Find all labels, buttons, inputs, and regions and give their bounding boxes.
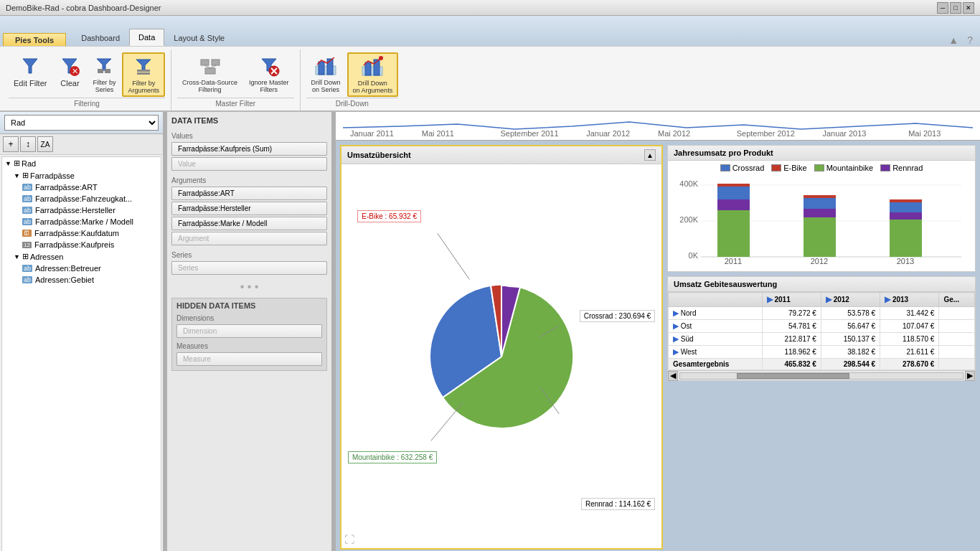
tree-item-art[interactable]: ab Farradpässe:ART [2,182,161,193]
tree-item-betreuer[interactable]: ab Adressen:Betreuer [2,263,161,274]
tree-label-kaufdatum: Farradpässe:Kaufdatum [34,229,119,237]
col-2012[interactable]: ▶ 2012 [821,293,880,307]
ost-2012: 56.647 € [821,320,880,333]
middle-panel: DATA ITEMS Values Farradpässe:Kaufpreis … [167,112,332,551]
scroll-track[interactable] [679,372,963,380]
expand-2012[interactable]: ▶ [826,295,831,303]
tree-item-gebiet[interactable]: ab Adressen:Gebiet [2,274,161,286]
table-scrollbar[interactable]: ◀ ▶ [668,370,975,380]
legend-crossrad: Crossrad [720,164,765,172]
window-controls: ─ □ ✕ [937,2,974,14]
ignore-master-icon [258,55,281,77]
close-button[interactable]: ✕ [963,2,974,14]
sued-ge [939,333,975,346]
tree-label-adressen: Adressen [30,253,63,261]
drag-handle[interactable]: • • • [171,281,327,293]
tree-item-farradpaesse[interactable]: ▼ ⊞ Farradpässe [2,169,161,182]
cross-data-source-button[interactable]: Cross-Data-SourceFiltering [177,52,242,95]
table-row-nord: ▶ Nord 79.272 € 53.578 € 31.442 € [669,307,975,320]
tree-item-kaufpreis[interactable]: 12 Farradpässe:Kaufpreis [2,239,161,250]
tree-item-kaufdatum[interactable]: 🗓 Farradpässe:Kaufdatum [2,227,161,239]
expand-nord[interactable]: ▶ [673,309,679,317]
svg-line-13 [204,65,210,68]
value-placeholder[interactable]: Value [171,157,327,171]
values-label: Values [171,132,327,140]
ribbon-collapse-icon[interactable]: ▲ [944,34,963,46]
ribbon-group-drill-down: Drill Downon Series Drill Downon Argumen… [301,50,405,110]
sort-za-button[interactable]: ZA [37,136,53,152]
ribbon-help-icon[interactable]: ? [963,34,977,46]
tree-container: ▼ ⊞ Rad ▼ ⊞ Farradpässe ab Farradpässe:A… [1,156,161,551]
dimension-placeholder[interactable]: Dimension [176,324,322,338]
pie-chart-svg[interactable] [415,270,588,443]
scroll-left-btn[interactable]: ◀ [668,371,678,381]
expand-ost[interactable]: ▶ [673,321,679,330]
drill-down-arguments-button[interactable]: Drill Downon Arguments [347,52,399,97]
drill-down-series-button[interactable]: Drill Downon Series [306,52,346,95]
expand-west[interactable]: ▶ [673,347,679,356]
expand-2013[interactable]: ▶ [885,295,890,303]
sort-az-button[interactable]: ↕ [20,136,36,152]
argument-art[interactable]: Farradpässe:ART [171,187,327,200]
tree-item-rad[interactable]: ▼ ⊞ Rad [2,157,161,169]
tree-item-marke[interactable]: ab Farradpässe:Marke / Modell [2,216,161,227]
expand-2011[interactable]: ▶ [767,295,773,303]
edit-filter-button[interactable]: Edit Filter [9,52,52,90]
clear-button[interactable]: ✕ Clear [53,52,86,90]
svg-rect-54 [890,202,922,212]
main-layout: Rad + ↕ ZA ▼ ⊞ Rad ▼ ⊞ Farradpässe ab Fa… [0,112,980,551]
svg-text:Januar 2012: Januar 2012 [586,129,630,138]
measure-placeholder[interactable]: Measure [176,352,322,366]
dataset-select[interactable]: Rad [4,115,159,131]
col-2011[interactable]: ▶ 2011 [762,293,821,307]
pie-collapse-button[interactable]: ▲ [644,149,656,161]
maximize-button[interactable]: □ [950,2,961,14]
ignore-master-label: Ignore MasterFilters [249,79,289,93]
svg-rect-11 [212,60,220,65]
add-button[interactable]: + [3,136,19,152]
legend-mountainbike: Mountainbike [814,164,873,172]
ignore-master-button[interactable]: Ignore MasterFilters [244,52,294,95]
tab-dashboard[interactable]: Dashboard [72,29,129,46]
pie-title-bar: Umsatzübersicht ▲ [341,146,661,164]
filter-by-arguments-button[interactable]: Filter byArguments [122,52,165,97]
argument-marke[interactable]: Farradpässe:Marke / Modell [171,217,327,230]
tree-label-betreuer: Adressen:Betreuer [35,264,101,273]
minimize-button[interactable]: ─ [937,2,948,14]
drill-series-icon [314,55,337,77]
series-section: Series Series [171,251,327,276]
value-field-kaufpreis[interactable]: Farradpässe:Kaufpreis (Sum) [171,142,327,156]
tab-layout-style[interactable]: Layout & Style [164,29,234,46]
tab-data[interactable]: Data [129,29,164,46]
svg-rect-49 [804,209,836,217]
tree-label-hersteller: Farradpässe:Hersteller [35,206,116,215]
pie-footer-icon[interactable]: ⛶ [344,534,354,545]
svg-text:2011: 2011 [725,257,742,264]
filter-by-series-button[interactable]: Filter bySeries [88,52,121,95]
svg-text:Mai 2012: Mai 2012 [658,129,690,138]
argument-hersteller[interactable]: Farradpässe:Hersteller [171,202,327,215]
svg-text:200K: 200K [679,215,698,224]
tree-item-adressen[interactable]: ▼ ⊞ Adressen [2,250,161,263]
svg-text:✕: ✕ [72,67,78,75]
drill-series-label: Drill Downon Series [311,79,341,93]
filtering-group-label: Filtering [9,98,165,110]
bar-title: Jahresumsatz pro Produkt [674,149,773,157]
svg-rect-9 [137,72,150,75]
expand-sued[interactable]: ▶ [673,334,679,343]
svg-marker-7 [136,60,151,71]
tree-item-hersteller[interactable]: ab Farradpässe:Hersteller [2,204,161,216]
tree-item-fahrzeugkat[interactable]: ab Farradpässe:Fahrzeugkat... [2,193,161,204]
series-placeholder[interactable]: Series [171,261,327,275]
scroll-right-btn[interactable]: ▶ [965,371,975,381]
ebike-tooltip: E-Bike : 65.932 € [357,210,421,222]
argument-placeholder[interactable]: Argument [171,232,327,245]
filter-args-icon [132,55,155,78]
timeline-chart: Januar 2011 Mai 2011 September 2011 Janu… [343,113,973,138]
col-2013[interactable]: ▶ 2013 [880,293,939,307]
scroll-thumb[interactable] [737,373,850,379]
region-nord: ▶ Nord [669,307,763,320]
svg-point-25 [379,56,383,60]
filter-args-label: Filter byArguments [128,80,159,94]
legend-label-ebike: E-Bike [783,164,806,172]
